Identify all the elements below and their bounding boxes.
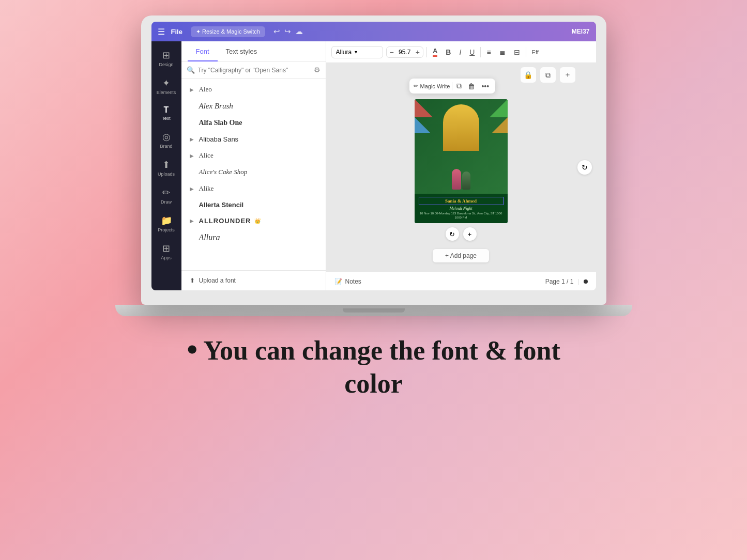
design-subtitle: Mehndi Night xyxy=(419,206,504,211)
notes-button[interactable]: 📝 Notes xyxy=(334,278,361,285)
canvas-rotate-zoom: ↻ + xyxy=(446,227,477,241)
search-input[interactable] xyxy=(198,67,311,74)
font-size-value: 95.7 xyxy=(397,49,413,56)
sidebar-item-uploads[interactable]: ⬆ Uploads xyxy=(154,155,179,181)
font-size-control: − 95.7 + xyxy=(386,46,423,58)
magic-write-button[interactable]: ✏ Magic Write xyxy=(414,83,450,89)
status-bar: 📝 Notes Page 1 / 1 | xyxy=(326,272,596,290)
font-name: Alfa Slab One xyxy=(199,119,242,127)
decrease-size-button[interactable]: − xyxy=(389,48,395,56)
ordered-list-button[interactable]: ⊟ xyxy=(511,46,523,58)
underline-button[interactable]: U xyxy=(467,46,477,58)
text-color-button[interactable]: A xyxy=(430,45,440,59)
draw-label: Draw xyxy=(161,199,172,205)
elements-icon: ✦ xyxy=(162,77,170,89)
list-item[interactable]: ▶ Alibaba Sans xyxy=(181,131,326,147)
magic-write-label: Magic Write xyxy=(420,83,450,89)
panel-tabs: Font Text styles xyxy=(181,41,326,61)
magic-switch-button[interactable]: ✦ Resize & Magic Switch xyxy=(191,26,265,37)
uploads-label: Uploads xyxy=(158,172,175,177)
cloud-icon[interactable]: ☁ xyxy=(295,27,303,36)
sidebar-item-elements[interactable]: ✦ Elements xyxy=(154,73,179,99)
font-panel: Font Text styles 🔍 ⚙ ▶ Aleo xyxy=(181,41,326,290)
font-name: ALLROUNDER xyxy=(199,217,251,225)
font-name: Allura xyxy=(199,233,220,242)
font-name: Alice's Cake Shop xyxy=(199,168,248,176)
canvas-right-controls: ↻ xyxy=(577,160,592,175)
more-options-button[interactable]: ••• xyxy=(479,81,491,91)
undo-icon[interactable]: ↩ xyxy=(273,27,280,36)
triangle-3 xyxy=(415,117,430,133)
sidebar-item-brand[interactable]: ◎ Brand xyxy=(154,127,179,153)
rotate-button[interactable]: ↻ xyxy=(446,227,459,241)
sidebar-item-draw[interactable]: ✏ Draw xyxy=(154,183,179,209)
list-item[interactable]: ▶ Alike xyxy=(181,180,326,197)
list-item[interactable]: Alex Brush xyxy=(181,98,326,115)
font-selector[interactable]: Allura ▾ xyxy=(331,46,383,58)
main-content: ⊞ Design ✦ Elements T Text ◎ Brand xyxy=(151,41,596,290)
laptop-base xyxy=(115,305,632,316)
upload-icon: ⬆ xyxy=(190,277,195,284)
delete-button[interactable]: 🗑 xyxy=(466,81,477,91)
list-item[interactable]: Allura xyxy=(181,229,326,246)
expand-icon: ▶ xyxy=(190,186,196,192)
projects-icon: 📁 xyxy=(161,215,172,226)
file-button[interactable]: File xyxy=(171,28,182,36)
list-item[interactable]: ▶ Alice xyxy=(181,147,326,164)
design-title: Sania & Ahmed xyxy=(419,197,504,205)
sidebar-item-text[interactable]: T Text xyxy=(154,101,179,125)
copy-button[interactable]: ⧉ xyxy=(454,81,464,91)
sidebar-item-projects[interactable]: 📁 Projects xyxy=(154,211,179,237)
bottom-text: • You can change the font & font color xyxy=(156,331,591,400)
hamburger-icon[interactable]: ☰ xyxy=(158,27,165,37)
lock-button[interactable]: 🔒 xyxy=(521,67,536,83)
canvas-bottom-controls: ↻ + + Add page xyxy=(415,227,508,262)
list-item[interactable]: ▶ Aleo xyxy=(181,81,326,98)
sidebar-item-design[interactable]: ⊞ Design xyxy=(154,45,179,71)
bold-button[interactable]: B xyxy=(443,46,453,58)
sidebar-item-apps[interactable]: ⊞ Apps xyxy=(154,239,179,265)
bullet: • xyxy=(187,332,197,366)
laptop-screen: ☰ File ✦ Resize & Magic Switch ↩ ↪ ☁ MEI… xyxy=(151,22,596,290)
design-area: ✏ Magic Write ⧉ 🗑 ••• xyxy=(415,99,508,262)
list-item[interactable]: Alice's Cake Shop xyxy=(181,164,326,180)
elements-label: Elements xyxy=(157,90,176,95)
list-item[interactable]: Allerta Stencil xyxy=(181,197,326,213)
increase-size-button[interactable]: + xyxy=(415,48,421,56)
align-button[interactable]: ≡ xyxy=(484,46,493,58)
list-item[interactable]: Alfa Slab One xyxy=(181,115,326,131)
bottom-text-line1: You can change the font & font xyxy=(203,336,560,365)
list-item[interactable]: ▶ ALLROUNDER 👑 xyxy=(181,213,326,229)
brand-icon: ◎ xyxy=(162,131,171,143)
laptop-wrapper: ☰ File ✦ Resize & Magic Switch ↩ ↪ ☁ MEI… xyxy=(141,15,606,320)
toolbar-separator-2 xyxy=(480,47,481,57)
zoom-rotate-button[interactable]: ↻ xyxy=(577,160,592,175)
tab-text-styles[interactable]: Text styles xyxy=(218,41,266,61)
triangle-4 xyxy=(492,117,508,133)
design-detail: 10 Nov 10:00-Monday 123 Barcelona St., A… xyxy=(419,212,504,220)
add-element-button[interactable]: + xyxy=(463,227,477,241)
add-button[interactable]: ＋ xyxy=(560,67,575,83)
effects-button[interactable]: Eff xyxy=(529,47,541,57)
list-button[interactable]: ≣ xyxy=(497,46,508,58)
redo-icon[interactable]: ↪ xyxy=(284,27,291,36)
page-info: Page 1 / 1 | xyxy=(545,278,588,285)
figure-male xyxy=(462,172,470,190)
font-name: Alibaba Sans xyxy=(199,135,239,143)
triangle-2 xyxy=(490,99,508,117)
italic-button[interactable]: I xyxy=(456,46,464,58)
expand-icon: ▶ xyxy=(190,87,196,92)
brand-label: Brand xyxy=(160,144,172,149)
crown-icon: 👑 xyxy=(254,218,261,224)
duplicate-button[interactable]: ⧉ xyxy=(540,67,556,83)
tab-font[interactable]: Font xyxy=(188,41,218,61)
upload-font-button[interactable]: ⬆ Upload a font xyxy=(181,270,326,290)
expand-icon: ▶ xyxy=(190,136,196,142)
add-page-button[interactable]: + Add page xyxy=(433,249,489,262)
font-name: Allerta Stencil xyxy=(199,201,244,209)
laptop-body: ☰ File ✦ Resize & Magic Switch ↩ ↪ ☁ MEI… xyxy=(141,15,606,305)
float-toolbar: ✏ Magic Write ⧉ 🗑 ••• xyxy=(409,79,496,94)
projects-label: Projects xyxy=(158,227,175,232)
magic-write-icon: ✏ xyxy=(414,83,418,89)
filter-icon[interactable]: ⚙ xyxy=(314,66,321,74)
